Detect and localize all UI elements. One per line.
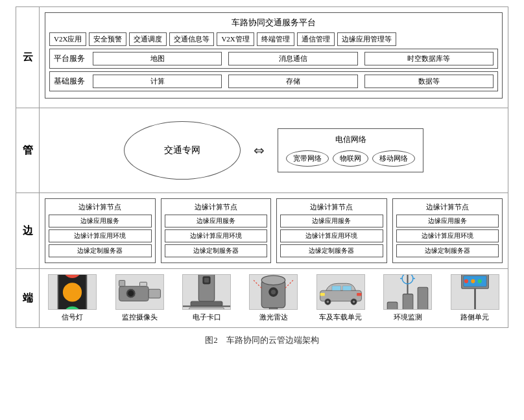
edge-node-box: 边缘计算节点边缘应用服务边缘计算应用环境边缘定制服务器 (276, 198, 387, 263)
device-image-roadside (451, 274, 499, 310)
device-image-env (383, 274, 432, 310)
svg-point-8 (128, 290, 134, 296)
device-label: 监控摄像头 (122, 312, 158, 322)
svg-point-46 (464, 279, 468, 283)
device-label: 车及车载单元 (319, 312, 362, 322)
cloud-label: 云 (16, 7, 40, 108)
bidirectional-arrow: ⇔ (254, 143, 265, 158)
cloud-row1-item: 交通调度 (129, 32, 167, 46)
platform-title: 车路协同交通服务平台 (49, 17, 498, 29)
svg-rect-9 (119, 280, 125, 286)
platform-service-item: 消息通信 (228, 52, 357, 65)
platform-row1: V2X应用安全预警交通调度交通信息等V2X管理终端管理通信管理边缘应用管理等 (49, 32, 498, 46)
device-item: 监控摄像头 (109, 274, 169, 322)
caption-text: 车路协同的云管边端架构 (226, 335, 319, 345)
end-content: 信号灯 监控摄像头 电子卡口 激光雷达 车及车载单元 (40, 269, 508, 327)
base-service-item: 存储 (228, 75, 357, 88)
device-label: 路侧单元 (460, 312, 489, 322)
svg-rect-16 (189, 308, 224, 310)
cloud-row1-item: 安全预警 (89, 32, 126, 46)
device-image-gate (182, 274, 231, 310)
svg-rect-38 (418, 287, 428, 310)
cloud-row1-item: V2X应用 (49, 32, 86, 46)
platform-service-items: 地图消息通信时空数据库等 (93, 52, 494, 65)
edge-service-item: 边缘计算应用环境 (280, 229, 383, 242)
base-service-row: 基础服务 计算存储数据等 (49, 71, 498, 91)
platform-service-item: 地图 (93, 52, 222, 65)
svg-point-48 (477, 279, 481, 283)
edge-node-title: 边缘计算节点 (396, 202, 499, 212)
svg-rect-37 (403, 294, 414, 310)
cloud-row1-item: 通信管理 (297, 32, 335, 46)
edge-content: 边缘计算节点边缘应用服务边缘计算应用环境边缘定制服务器边缘计算节点边缘应用服务边… (40, 193, 508, 268)
svg-rect-14 (204, 278, 209, 283)
svg-rect-32 (320, 293, 324, 296)
pipe-row: 管 交通专网 ⇔ 电信网络 宽带网络物联网移动网络 (16, 108, 508, 193)
cloud-row1-item: 边缘应用管理等 (337, 32, 396, 46)
platform-service-row: 平台服务 地图消息通信时空数据库等 (49, 49, 498, 69)
edge-node-title: 边缘计算节点 (165, 202, 268, 212)
svg-rect-31 (342, 286, 351, 290)
base-service-items: 计算存储数据等 (93, 75, 494, 88)
edge-service-item: 边缘应用服务 (49, 215, 152, 228)
base-service-item: 数据等 (364, 75, 494, 88)
platform-service-item: 时空数据库等 (364, 52, 494, 65)
pipe-content: 交通专网 ⇔ 电信网络 宽带网络物联网移动网络 (40, 108, 508, 192)
cloud-content: 车路协同交通服务平台 V2X应用安全预警交通调度交通信息等V2X管理终端管理通信… (40, 7, 508, 108)
traffic-network-ellipse: 交通专网 (124, 121, 241, 180)
device-item: 车及车载单元 (311, 274, 371, 322)
edge-service-item: 边缘应用服务 (165, 215, 268, 228)
cloud-row1-item: 终端管理 (257, 32, 294, 46)
svg-rect-12 (191, 301, 222, 306)
edge-service-item: 边缘计算应用环境 (165, 229, 268, 242)
telecom-ovals: 宽带网络物联网移动网络 (286, 150, 415, 167)
edge-node-box: 边缘计算节点边缘应用服务边缘计算应用环境边缘定制服务器 (392, 198, 503, 263)
telecom-oval-item: 物联网 (333, 150, 368, 167)
base-service-label: 基础服务 (54, 76, 85, 87)
svg-point-47 (471, 279, 475, 283)
base-service-item: 计算 (93, 75, 222, 88)
edge-row: 边 边缘计算节点边缘应用服务边缘计算应用环境边缘定制服务器边缘计算节点边缘应用服… (16, 193, 508, 269)
svg-line-24 (285, 280, 293, 288)
svg-point-18 (262, 275, 285, 285)
device-item: 路侧单元 (445, 274, 505, 322)
svg-rect-30 (332, 286, 341, 290)
pipe-label: 管 (16, 108, 40, 192)
telecom-box: 电信网络 宽带网络物联网移动网络 (278, 128, 423, 172)
device-label: 信号灯 (62, 312, 83, 322)
device-image-car (316, 274, 365, 310)
edge-service-item: 边缘计算应用环境 (49, 229, 152, 242)
svg-rect-33 (357, 293, 361, 296)
device-item: 电子卡口 (176, 274, 237, 322)
device-label: 激光雷达 (259, 312, 288, 322)
telecom-title: 电信网络 (286, 134, 415, 145)
device-item: 激光雷达 (243, 274, 304, 322)
edge-service-item: 边缘应用服务 (396, 215, 499, 228)
edge-service-item: 边缘定制服务器 (280, 244, 383, 257)
telecom-oval-item: 宽带网络 (286, 150, 329, 167)
device-image-camera (115, 274, 164, 310)
cloud-row1-item: 交通信息等 (169, 32, 214, 46)
end-row: 端 信号灯 监控摄像头 电子卡口 激光雷达 (16, 269, 508, 327)
edge-label: 边 (16, 193, 40, 268)
caption-prefix: 图2 (205, 335, 218, 345)
edge-service-item: 边缘应用服务 (280, 215, 383, 228)
traffic-network-label: 交通专网 (164, 145, 200, 156)
svg-point-20 (271, 290, 276, 294)
platform-service-label: 平台服务 (54, 53, 85, 64)
figure-caption: 图2 车路协同的云管边端架构 (6, 334, 518, 346)
telecom-oval-item: 移动网络 (372, 150, 415, 167)
device-image-traffic-light (48, 274, 97, 310)
cloud-row1-item: V2X管理 (217, 32, 254, 46)
svg-rect-6 (149, 289, 160, 298)
svg-point-27 (326, 301, 329, 303)
svg-line-23 (254, 280, 262, 288)
edge-service-item: 边缘计算应用环境 (396, 229, 499, 242)
edge-service-item: 边缘定制服务器 (396, 244, 499, 257)
edge-service-item: 边缘定制服务器 (49, 244, 152, 257)
device-label: 环境监测 (394, 312, 422, 322)
svg-rect-21 (270, 308, 278, 310)
caption-spacer (220, 335, 224, 345)
cloud-row: 云 车路协同交通服务平台 V2X应用安全预警交通调度交通信息等V2X管理终端管理… (16, 7, 508, 108)
edge-node-box: 边缘计算节点边缘应用服务边缘计算应用环境边缘定制服务器 (45, 198, 156, 263)
